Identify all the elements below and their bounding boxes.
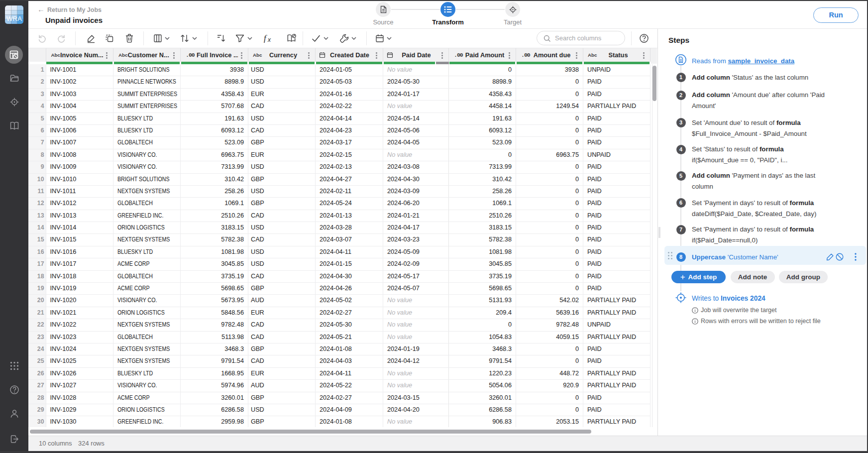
svg-text:f: f <box>264 33 267 43</box>
svg-text:x: x <box>267 36 271 43</box>
